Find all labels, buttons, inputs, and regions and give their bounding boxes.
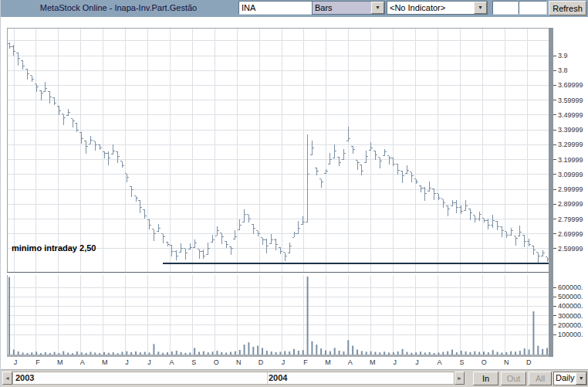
metastock-window: MetaStock Online - Inapa-Inv.Part.Gestão… xyxy=(0,0,588,387)
price-tick-label: 3.09999 xyxy=(558,171,583,178)
price-tick-label: 3.59999 xyxy=(558,97,583,104)
price-tick-label: 2.89999 xyxy=(558,200,583,208)
zoom-out-button[interactable]: Out xyxy=(501,372,526,385)
chart-type-value: Bars xyxy=(313,2,371,14)
price-tick-label: 3.19999 xyxy=(558,156,583,164)
period-select[interactable]: Daily ▼ xyxy=(553,372,587,385)
volume-tick-label: 300000. xyxy=(558,312,583,320)
scroll-left-icon[interactable]: ◄ xyxy=(2,372,12,385)
month-tick-label: M xyxy=(56,358,64,366)
indicator-value: <No Indicator> xyxy=(387,2,474,14)
month-tick-label: A xyxy=(79,358,86,366)
month-tick-label: D xyxy=(525,358,532,366)
month-tick-label: M xyxy=(101,358,109,366)
month-tick-label: M xyxy=(324,358,332,366)
month-tick-label: J xyxy=(414,358,421,366)
price-tick-label: 3.49999 xyxy=(558,111,583,119)
zoom-in-button[interactable]: In xyxy=(473,372,498,385)
price-tick-label: 3.9 xyxy=(558,52,568,59)
param-input-1[interactable] xyxy=(492,1,519,15)
month-tick-label: F xyxy=(34,358,42,366)
month-tick-label: A xyxy=(435,358,443,366)
window-title: MetaStock Online - Inapa-Inv.Part.Gestão xyxy=(1,3,236,12)
chevron-down-icon[interactable]: ▼ xyxy=(576,372,586,385)
month-tick-label: M xyxy=(369,358,377,366)
month-tick-label: A xyxy=(346,358,354,366)
price-tick-label: 2.59999 xyxy=(558,245,583,253)
volume-tick-label: 400000. xyxy=(558,302,583,310)
year-label-2003: 2003 xyxy=(15,373,34,382)
month-tick-label: N xyxy=(235,358,242,366)
price-volume-plot xyxy=(1,17,588,369)
month-tick-label: F xyxy=(302,358,309,366)
month-tick-label: A xyxy=(167,358,175,366)
month-tick-label: N xyxy=(502,358,510,366)
volume-tick-label: 200000. xyxy=(558,321,583,329)
zoom-all-button[interactable]: All xyxy=(529,372,552,385)
toolbar: MetaStock Online - Inapa-Inv.Part.Gestão… xyxy=(1,0,588,18)
year-divider xyxy=(267,372,268,384)
volume-tick-label: 600000. xyxy=(558,283,583,291)
price-tick-label: 3.29999 xyxy=(558,141,583,148)
year-label-2004: 2004 xyxy=(269,373,287,382)
price-tick-label: 2.79999 xyxy=(558,216,583,223)
scroll-right-icon[interactable]: ► xyxy=(455,372,465,385)
price-tick-label: 3.69999 xyxy=(558,81,583,89)
refresh-button[interactable]: Refresh xyxy=(549,1,586,15)
month-tick-label: J xyxy=(12,358,19,366)
bottom-bar: ◄ 2003 2004 ► In Out All Daily ▼ xyxy=(1,369,588,387)
month-tick-label: O xyxy=(480,358,488,366)
chevron-down-icon[interactable]: ▼ xyxy=(474,2,487,14)
price-tick-label: 3.39999 xyxy=(558,126,583,134)
month-tick-label: O xyxy=(212,358,220,366)
chevron-down-icon[interactable]: ▼ xyxy=(371,2,384,14)
indicator-select[interactable]: <No Indicator> ▼ xyxy=(387,1,488,15)
chart-type-select[interactable]: Bars ▼ xyxy=(312,1,385,15)
price-tick-label: 2.99999 xyxy=(558,185,583,193)
month-tick-label: S xyxy=(458,358,465,366)
month-tick-label: J xyxy=(279,358,287,366)
month-tick-label: J xyxy=(391,358,399,366)
volume-tick-label: 100000. xyxy=(558,331,583,338)
symbol-input[interactable] xyxy=(238,1,313,15)
period-value: Daily xyxy=(554,372,576,385)
time-scrollbar[interactable]: 2003 2004 xyxy=(12,372,455,385)
volume-tick-label: 500000. xyxy=(558,293,583,300)
support-annotation: minimo intraday 2,50 xyxy=(12,243,96,253)
price-tick-label: 3.8 xyxy=(558,66,568,74)
param-input-2[interactable] xyxy=(519,1,547,15)
month-tick-label: J xyxy=(123,358,131,366)
chart-area: 3.93.83.699993.599993.499993.399993.2999… xyxy=(1,17,588,369)
month-tick-label: D xyxy=(257,358,265,366)
price-tick-label: 2.69999 xyxy=(558,230,583,238)
month-tick-label: S xyxy=(190,358,198,366)
month-tick-label: J xyxy=(146,358,154,366)
